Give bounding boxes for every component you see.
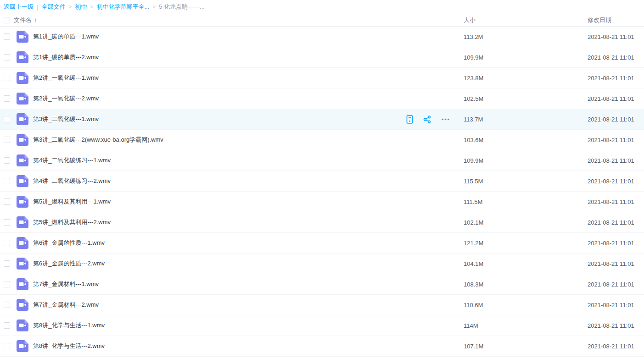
table-row[interactable]: 第6讲_金属的性质---2.wmv 104.1M 2021-08-21 11:0… [0,253,644,274]
file-size: 107.1M [464,343,588,350]
row-checkbox[interactable] [4,219,10,226]
breadcrumb-separator: > [152,4,156,10]
row-checkbox[interactable] [4,178,10,184]
row-checkbox[interactable] [4,95,10,102]
video-file-icon [17,175,28,187]
file-date: 2021-08-21 11:01 [588,260,644,267]
file-date: 2021-08-21 11:01 [588,33,644,40]
row-checkbox[interactable] [4,260,10,267]
file-size: 102.1M [464,219,588,226]
table-row-hovered[interactable]: 第3讲_二氧化碳---1.wmv [0,109,644,130]
file-size: 109.9M [464,157,588,164]
breadcrumb-link-junior[interactable]: 初中 [75,3,87,11]
table-row[interactable]: 第4讲_二氧化碳练习---2.wmv 115.5M 2021-08-21 11:… [0,171,644,192]
file-name[interactable]: 第2讲_一氧化碳---2.wmv [33,94,99,103]
file-date: 2021-08-21 11:01 [588,343,644,350]
file-size: 109.9M [464,54,588,61]
video-file-icon [17,216,28,228]
table-row[interactable]: 第4讲_二氧化碳练习---1.wmv 109.9M 2021-08-21 11:… [0,150,644,171]
file-name[interactable]: 第1讲_碳的单质---2.wmv [33,53,99,61]
video-file-icon [17,31,28,43]
video-file-icon [17,299,28,311]
table-row[interactable]: 第6讲_金属的性质---1.wmv 121.2M 2021-08-21 11:0… [0,233,644,253]
file-date: 2021-08-21 11:01 [588,178,644,185]
table-row[interactable]: 第2讲_一氧化碳---1.wmv 123.8M 2021-08-21 11:01 [0,68,644,88]
file-date: 2021-08-21 11:01 [588,137,644,143]
file-name[interactable]: 第4讲_二氧化碳练习---2.wmv [33,177,111,185]
save-to-device-icon[interactable] [406,115,413,124]
table-row[interactable]: 第1讲_碳的单质---2.wmv 109.9M 2021-08-21 11:01 [0,47,644,68]
breadcrumb-separator: > [68,4,72,10]
table-row[interactable]: 第3讲_二氧化碳---2(www.xue-ba.org学霸网).wmv 103.… [0,130,644,150]
file-name[interactable]: 第6讲_金属的性质---2.wmv [33,259,105,268]
file-name[interactable]: 第8讲_化学与生活---2.wmv [33,342,105,350]
row-checkbox[interactable] [4,157,10,164]
file-name[interactable]: 第6讲_金属的性质---1.wmv [33,239,105,247]
video-file-icon [17,72,28,84]
column-header-filename[interactable]: 文件名 [14,16,32,24]
breadcrumb-current-folder: 5 化龙点睛——... [159,3,205,11]
row-hover-actions [406,115,450,124]
file-name[interactable]: 第7讲_金属材料---2.wmv [33,301,99,309]
row-checkbox[interactable] [4,281,10,287]
row-checkbox[interactable] [4,240,10,246]
video-file-icon [17,258,28,270]
breadcrumb: 返回上一级 | 全部文件 > 初中 > 初中化学范卿平全... > 5 化龙点睛… [0,0,644,14]
file-name[interactable]: 第5讲_燃料及其利用---2.wmv [33,218,111,226]
file-name[interactable]: 第8讲_化学与生活---1.wmv [33,321,105,330]
table-row[interactable]: 第8讲_化学与生活---2.wmv 107.1M 2021-08-21 11:0… [0,336,644,357]
row-checkbox[interactable] [4,343,10,349]
file-date: 2021-08-21 11:01 [588,95,644,102]
table-row[interactable]: 第8讲_化学与生活---1.wmv 114M 2021-08-21 11:01 [0,315,644,336]
file-name[interactable]: 第5讲_燃料及其利用---1.wmv [33,198,111,206]
table-row[interactable]: 第7讲_金属材料---2.wmv 110.6M 2021-08-21 11:01 [0,295,644,315]
video-file-icon [17,154,28,166]
file-size: 121.2M [464,240,588,247]
file-name[interactable]: 第3讲_二氧化碳---1.wmv [33,115,99,123]
row-checkbox[interactable] [4,137,10,143]
file-name[interactable]: 第3讲_二氧化碳---2(www.xue-ba.org学霸网).wmv [33,136,163,144]
file-size: 115.5M [464,178,588,185]
share-icon[interactable] [423,116,431,123]
file-size: 123.8M [464,75,588,82]
file-name[interactable]: 第1讲_碳的单质---1.wmv [33,33,99,41]
video-file-icon [17,196,28,208]
file-size: 114M [464,322,588,329]
file-date: 2021-08-21 11:01 [588,157,644,164]
file-date: 2021-08-21 11:01 [588,116,644,123]
row-checkbox[interactable] [4,116,10,122]
file-date: 2021-08-21 11:01 [588,54,644,61]
video-file-icon [17,51,28,63]
row-checkbox[interactable] [4,302,10,308]
table-row[interactable]: 第2讲_一氧化碳---2.wmv 102.5M 2021-08-21 11:01 [0,88,644,109]
breadcrumb-pipe-divider: | [37,4,38,11]
column-header-size[interactable]: 大小 [464,16,588,24]
video-file-icon [17,340,28,352]
video-file-icon [17,93,28,105]
row-checkbox[interactable] [4,54,10,61]
row-checkbox[interactable] [4,75,10,81]
table-row[interactable]: 第5讲_燃料及其利用---2.wmv 102.1M 2021-08-21 11:… [0,212,644,233]
row-checkbox[interactable] [4,198,10,205]
more-actions-icon[interactable] [441,116,450,123]
video-file-icon [17,237,28,249]
breadcrumb-link-chemistry-course[interactable]: 初中化学范卿平全... [96,3,149,11]
file-date: 2021-08-21 11:01 [588,240,644,247]
select-all-checkbox[interactable] [4,17,10,23]
file-date: 2021-08-21 11:01 [588,75,644,82]
table-row[interactable]: 第1讲_碳的单质---1.wmv 113.2M 2021-08-21 11:01 [0,27,644,47]
sort-ascending-icon[interactable]: ↑ [34,17,37,23]
file-list: 第1讲_碳的单质---1.wmv 113.2M 2021-08-21 11:01… [0,27,644,357]
breadcrumb-link-all-files[interactable]: 全部文件 [41,3,65,11]
file-size: 104.1M [464,260,588,267]
file-name[interactable]: 第2讲_一氧化碳---1.wmv [33,74,99,82]
breadcrumb-back-link[interactable]: 返回上一级 [4,3,34,11]
file-size: 113.7M [464,116,588,123]
table-row[interactable]: 第7讲_金属材料---1.wmv 108.3M 2021-08-21 11:01 [0,274,644,295]
table-row[interactable]: 第5讲_燃料及其利用---1.wmv 111.5M 2021-08-21 11:… [0,192,644,212]
file-name[interactable]: 第4讲_二氧化碳练习---1.wmv [33,156,111,165]
row-checkbox[interactable] [4,322,10,329]
row-checkbox[interactable] [4,33,10,40]
file-name[interactable]: 第7讲_金属材料---1.wmv [33,280,99,288]
column-header-date[interactable]: 修改日期 [588,16,644,24]
